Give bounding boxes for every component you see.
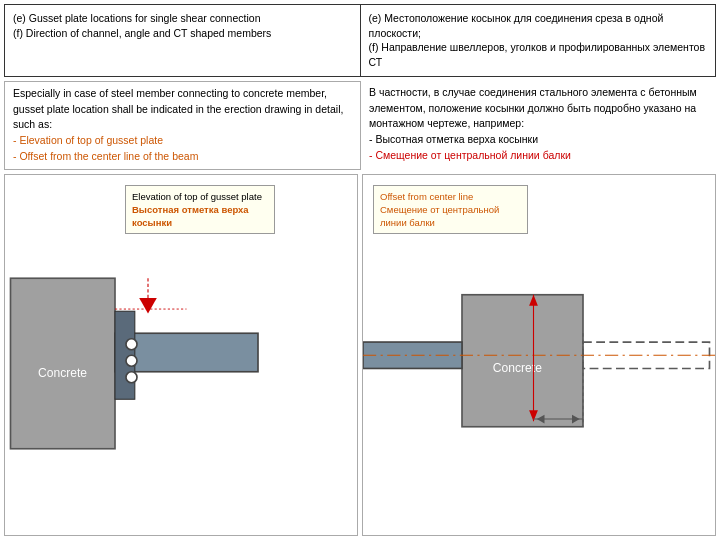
middle-right-bullet1: - Высотная отметка верха косынки <box>369 132 708 148</box>
right-tooltip-line2: Смещение от центральной линии балки <box>380 203 521 230</box>
top-left-line2: (f) Direction of channel, angle and CT s… <box>13 26 352 41</box>
middle-left-bullet1: - Elevation of top of gusset plate <box>13 133 352 149</box>
right-diagram: Concrete Offset from <box>362 174 716 537</box>
svg-point-6 <box>126 371 137 382</box>
middle-right-bullet2: - Смещение от центральной линии балки <box>369 148 708 164</box>
svg-point-4 <box>126 338 137 349</box>
svg-point-5 <box>126 355 137 366</box>
middle-right-text: В частности, в случае соединения стально… <box>361 81 716 170</box>
top-left-text: (e) Gusset plate locations for single sh… <box>5 5 361 76</box>
middle-right-intro: В частности, в случае соединения стально… <box>369 85 708 132</box>
middle-left-bullet2: - Offset from the center line of the bea… <box>13 149 352 165</box>
page: (e) Gusset plate locations for single sh… <box>0 0 720 540</box>
middle-text-section: Especially in case of steel member conne… <box>4 81 716 170</box>
left-tooltip: Elevation of top of gusset plate Высотна… <box>125 185 275 235</box>
top-text-section: (e) Gusset plate locations for single sh… <box>4 4 716 77</box>
middle-left-text: Especially in case of steel member conne… <box>4 81 361 170</box>
diagrams-section: Concrete Elevation of top of gusset pla <box>4 174 716 537</box>
svg-rect-2 <box>115 333 258 372</box>
svg-text:Concrete: Concrete <box>493 360 542 374</box>
top-right-line2: (f) Направление швеллеров, уголков и про… <box>369 40 708 69</box>
right-tooltip-line1: Offset from center line <box>380 190 521 203</box>
left-tooltip-line2: Высотная отметка верха косынки <box>132 203 268 230</box>
middle-left-intro: Especially in case of steel member conne… <box>13 86 352 133</box>
svg-rect-0 <box>11 278 116 449</box>
top-right-line1: (е) Местоположение косынок для соединени… <box>369 11 708 40</box>
left-tooltip-line1: Elevation of top of gusset plate <box>132 190 268 203</box>
top-left-line1: (e) Gusset plate locations for single sh… <box>13 11 352 26</box>
left-diagram: Concrete Elevation of top of gusset pla <box>4 174 358 537</box>
svg-marker-7 <box>139 298 157 313</box>
top-right-text: (е) Местоположение косынок для соединени… <box>361 5 716 76</box>
right-tooltip: Offset from center line Смещение от цент… <box>373 185 528 235</box>
svg-text:Concrete: Concrete <box>38 366 87 380</box>
